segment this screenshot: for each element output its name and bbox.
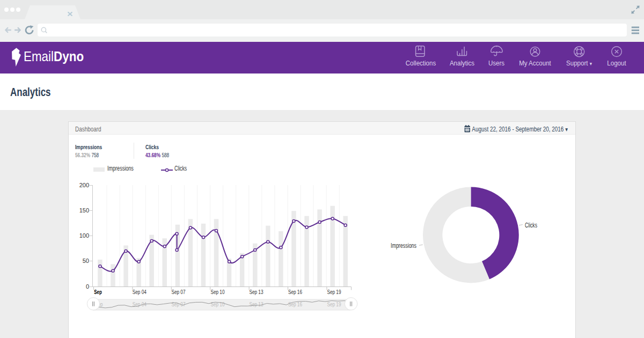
svg-text:100: 100: [79, 232, 89, 239]
svg-text:Sep 19: Sep 19: [327, 289, 341, 295]
svg-text:Impressions: Impressions: [391, 242, 416, 249]
svg-text:Sep 07: Sep 07: [172, 301, 186, 307]
svg-text:150: 150: [79, 207, 89, 214]
svg-text:50: 50: [83, 258, 89, 264]
svg-text:Clicks: Clicks: [525, 222, 537, 229]
svg-text:0: 0: [86, 283, 89, 290]
svg-text:Sep 16: Sep 16: [288, 289, 302, 295]
svg-text:Sep 13: Sep 13: [250, 301, 264, 307]
svg-text:200: 200: [79, 182, 89, 188]
svg-text:Sep 04: Sep 04: [133, 289, 147, 295]
svg-text:Sep 07: Sep 07: [172, 289, 186, 295]
svg-text:Sep 19: Sep 19: [327, 301, 341, 307]
svg-text:Sep 10: Sep 10: [211, 301, 225, 307]
svg-text:Sep 13: Sep 13: [250, 289, 264, 295]
svg-text:Sep: Sep: [94, 289, 102, 295]
svg-text:Sep 10: Sep 10: [211, 289, 225, 295]
